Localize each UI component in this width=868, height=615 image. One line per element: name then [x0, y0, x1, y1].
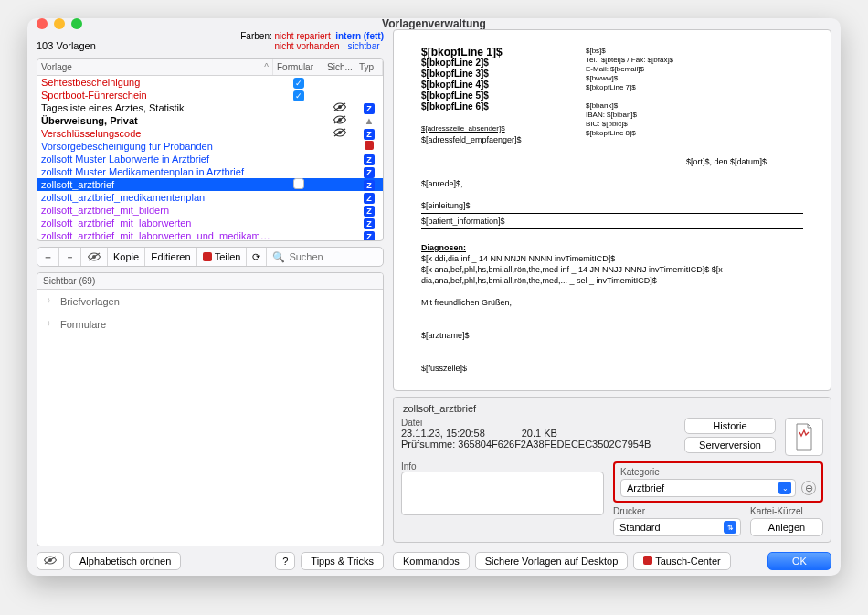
add-button[interactable]: ＋	[37, 248, 59, 266]
column-formular[interactable]: Formular	[273, 59, 323, 75]
tausch-icon	[643, 556, 652, 565]
help-button[interactable]: ?	[275, 552, 295, 570]
template-count: 103 Vorlagen	[37, 40, 96, 51]
table-row[interactable]: Sehtestbescheinigung✓	[37, 76, 383, 89]
edit-button[interactable]: Editieren	[145, 248, 196, 266]
visible-tree: Sichtbar (69) 〉Briefvorlagen 〉Formulare	[37, 272, 384, 546]
alpha-sort-button[interactable]: Alphabetisch ordnen	[69, 552, 181, 570]
column-sichtbar[interactable]: Sich...	[323, 59, 355, 75]
anlegen-button[interactable]: Anlegen	[750, 518, 823, 536]
column-typ[interactable]: Typ	[355, 59, 383, 75]
column-vorlage[interactable]: Vorlage ^	[37, 59, 273, 75]
chevron-down-icon: ⌄	[778, 482, 791, 494]
search-icon: 🔍	[272, 251, 285, 263]
search-input[interactable]	[289, 251, 384, 262]
drucker-select[interactable]: Standard ⇅	[613, 518, 741, 536]
table-row[interactable]: VerschlüsselungscodeZ	[37, 127, 383, 140]
kategorie-label: Kategorie	[620, 467, 816, 477]
copy-button[interactable]: Kopie	[108, 248, 145, 266]
checksum-value: 365804F626F2A38FEDECEC3502C7954B	[458, 439, 651, 450]
share-icon	[203, 252, 212, 261]
table-row[interactable]: Sportboot-Führerschein✓	[37, 89, 383, 101]
table-row[interactable]: Vorsorgebescheinigung für Probanden	[37, 140, 383, 153]
refresh-button[interactable]: ⟳	[247, 248, 267, 266]
search-field[interactable]: 🔍	[267, 248, 384, 266]
chevron-right-icon: 〉	[47, 318, 55, 330]
table-row[interactable]: zollsoft Muster Laborwerte in ArztbriefZ	[37, 153, 383, 165]
kartei-label: Kartei-Kürzel	[750, 506, 823, 516]
remove-button[interactable]: －	[59, 248, 81, 266]
tree-item-formulare[interactable]: 〉Formulare	[37, 313, 383, 335]
tausch-button[interactable]: Tausch-Center	[633, 552, 730, 570]
info-label: Info	[401, 461, 604, 472]
sichere-button[interactable]: Sichere Vorlagen auf Desktop	[475, 552, 629, 570]
visibility-toggle-button[interactable]	[37, 552, 64, 570]
ok-button[interactable]: OK	[767, 552, 831, 570]
tree-header: Sichtbar (69)	[37, 273, 383, 290]
kategorie-remove-button[interactable]: ⊖	[801, 481, 816, 495]
detail-panel: zollsoft_arztbrief Datei 23.11.23, 15:20…	[393, 397, 831, 543]
share-button[interactable]: Teilen	[197, 248, 248, 266]
file-size: 20.1 KB	[522, 428, 557, 439]
visibility-button[interactable]	[81, 248, 108, 266]
templates-table: Vorlage ^ Formular Sich... Typ Sehtestbe…	[37, 58, 384, 241]
file-date: 23.11.23, 15:20:58	[401, 428, 485, 439]
table-row[interactable]: Tagesliste eines Arztes, StatistikZ	[37, 101, 383, 114]
serverversion-button[interactable]: Serverversion	[684, 437, 776, 453]
color-legend: Farben: nicht repariert intern (fett) Fa…	[240, 31, 384, 51]
drucker-label: Drucker	[613, 506, 741, 516]
info-textarea[interactable]	[401, 472, 604, 515]
kategorie-select[interactable]: Arztbrief ⌄	[620, 479, 796, 497]
checksum-label: Prüfsumme:	[401, 439, 455, 450]
table-row[interactable]: zollsoft_arztbrief_medikamentenplanZ	[37, 191, 383, 204]
table-row[interactable]: zollsoft_arztbrief_mit_laborwerten_und_m…	[37, 229, 383, 240]
detail-name: zollsoft_arztbrief	[401, 403, 823, 418]
tips-button[interactable]: Tipps & Tricks	[301, 552, 384, 570]
kategorie-highlight: Kategorie Arztbrief ⌄ ⊖	[613, 461, 823, 503]
table-row[interactable]: Überweisung, Privat▲	[37, 114, 383, 127]
chevron-updown-icon: ⇅	[724, 521, 736, 534]
templates-toolbar: ＋ － Kopie Editieren Teilen ⟳ 🔍	[37, 247, 384, 267]
table-row[interactable]: zollsoft_arztbrief_mit_bildernZ	[37, 204, 383, 217]
tree-item-briefvorlagen[interactable]: 〉Briefvorlagen	[37, 290, 383, 313]
datei-label: Datei	[401, 418, 675, 428]
table-row[interactable]: zollsoft_arztbriefZ	[37, 178, 383, 191]
table-row[interactable]: zollsoft_arztbrief_mit_laborwertenZ	[37, 217, 383, 229]
table-row[interactable]: zollsoft Muster Medikamentenplan in Arzt…	[37, 165, 383, 178]
historie-button[interactable]: Historie	[684, 418, 776, 434]
chevron-right-icon: 〉	[47, 295, 55, 307]
template-preview: $[bkopfLine 1]$ $[bkopfLine 2]$ $[bkopfL…	[393, 29, 831, 391]
kommandos-button[interactable]: Kommandos	[393, 552, 470, 570]
document-icon[interactable]	[785, 418, 823, 456]
